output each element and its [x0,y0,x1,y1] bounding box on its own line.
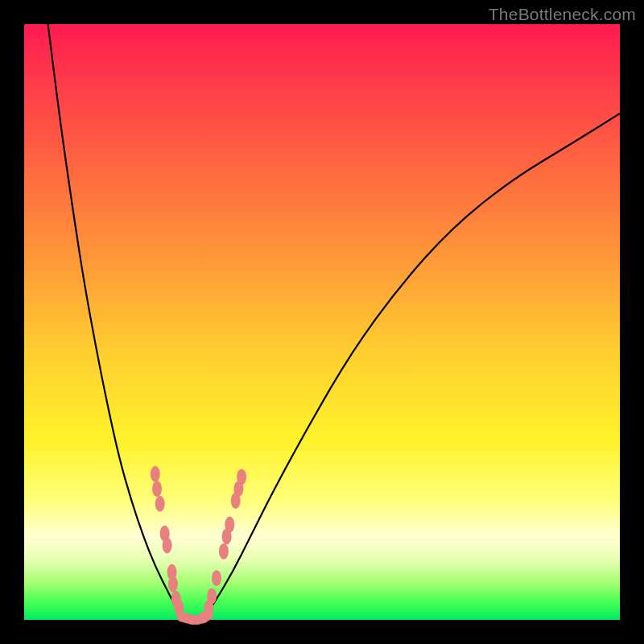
data-marker [225,517,234,533]
data-marker [163,538,172,554]
data-marker [152,481,162,497]
data-marker [168,576,178,592]
chart-frame: TheBottleneck.com [0,0,644,644]
data-marker [155,496,165,512]
data-marker [219,543,229,559]
data-marker [151,466,160,482]
data-marker [237,469,246,485]
curve-right-branch [203,114,620,620]
data-marker [207,588,217,604]
watermark-text: TheBottleneck.com [489,5,636,24]
data-marker [212,570,221,586]
chart-overlay [24,24,620,620]
data-markers [151,466,246,625]
data-marker [199,612,213,621]
